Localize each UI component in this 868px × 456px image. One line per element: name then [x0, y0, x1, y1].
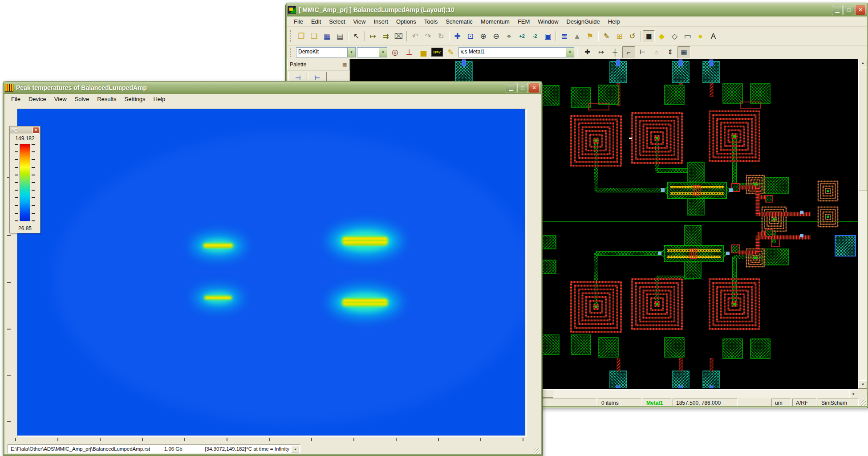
- ads-menu-view[interactable]: View: [349, 17, 370, 26]
- output-pad: [835, 236, 856, 256]
- netlist-icon[interactable]: R=7: [431, 48, 443, 57]
- ads-menu-edit[interactable]: Edit: [307, 17, 325, 26]
- layer-select[interactable]: v,s Metal1 ▼: [458, 47, 574, 57]
- hotspot-large-top: [329, 225, 401, 257]
- view-all-icon[interactable]: ▣: [542, 30, 554, 42]
- close-button[interactable]: ✕: [529, 83, 539, 93]
- insert-pin-icon[interactable]: ↦: [367, 30, 379, 42]
- green-trace: [655, 138, 659, 171]
- save-design-icon[interactable]: ▦: [321, 30, 333, 42]
- print-icon[interactable]: ▤: [334, 30, 346, 42]
- thermal-menu-help[interactable]: Help: [150, 95, 170, 103]
- snap-pin-icon[interactable]: ↦: [595, 46, 608, 58]
- snap-distance-icon[interactable]: ⇕: [664, 46, 677, 58]
- scroll-right-icon[interactable]: ►: [849, 390, 858, 398]
- palette-header[interactable]: Palette ▦: [287, 59, 349, 70]
- ruler-tick: [311, 438, 312, 441]
- snap-center-icon[interactable]: ◌: [650, 46, 663, 58]
- snap-edge-icon[interactable]: ⊢: [636, 46, 649, 58]
- vertical-scrollbar[interactable]: ▲ ▼: [858, 59, 867, 389]
- spiral-inductor: [710, 111, 759, 161]
- ads-menu-file[interactable]: File: [290, 17, 307, 26]
- polyline-tool-icon[interactable]: ◆: [656, 30, 668, 42]
- thermal-menu-settings[interactable]: Settings: [121, 95, 150, 103]
- thermal-field[interactable]: [17, 109, 525, 436]
- insert-pin-pair-icon[interactable]: ⇉: [380, 30, 392, 42]
- ads-menu-window[interactable]: Window: [534, 17, 562, 26]
- ground-icon[interactable]: ⊥: [403, 46, 415, 58]
- polygon-tool-icon[interactable]: ◼: [643, 30, 655, 42]
- legend-close-button[interactable]: ✕: [32, 127, 39, 134]
- thermal-titlebar[interactable]: Peak temperatures of BalancedLumpedAmp ▁…: [3, 81, 542, 94]
- color-scale-legend[interactable]: °C ✕ 149.182 26.85: [9, 126, 41, 233]
- thermal-menu-results[interactable]: Results: [93, 95, 120, 103]
- text-tool-icon[interactable]: A: [707, 30, 719, 42]
- ads-menu-designguide[interactable]: DesignGuide: [563, 17, 604, 26]
- separator: [577, 47, 578, 57]
- open-project-icon[interactable]: ❐: [295, 30, 307, 42]
- snap-toggle-icon[interactable]: ✚: [581, 46, 594, 58]
- close-button[interactable]: ✕: [855, 5, 866, 15]
- thermal-statusbar: E:\Fiala\Other\ADS\MMIC_Amp_prj\Balanced…: [8, 444, 300, 453]
- undo-icon[interactable]: ↶: [409, 30, 421, 42]
- thermal-menu-file[interactable]: File: [7, 95, 24, 103]
- ads-menu-fem[interactable]: FEM: [514, 17, 534, 26]
- deactivate-icon[interactable]: ⚑: [584, 30, 596, 42]
- ads-titlebar[interactable]: [ MMIC_Amp_prj ] BalancedLumpedAmp (Layo…: [286, 3, 868, 16]
- insert-via-icon[interactable]: ◎: [389, 46, 401, 58]
- zoom-out-2x-icon[interactable]: -2: [529, 30, 541, 42]
- redo-icon[interactable]: ↷: [422, 30, 434, 42]
- scroll-up-icon[interactable]: ▲: [858, 59, 867, 67]
- hatched-pad: [543, 260, 556, 273]
- thermal-menu-view[interactable]: View: [50, 95, 71, 103]
- move-icon[interactable]: ✚: [451, 30, 463, 42]
- ads-menu-schematic[interactable]: Schematic: [442, 17, 477, 26]
- ads-menu-momentum[interactable]: Momentum: [477, 17, 514, 26]
- push-into-icon[interactable]: ▲: [571, 30, 583, 42]
- trace-pencil-icon[interactable]: ✎: [445, 46, 457, 58]
- thermal-menu-solve[interactable]: Solve: [71, 95, 93, 103]
- chart-icon[interactable]: ▅: [418, 46, 430, 58]
- pointer-icon[interactable]: ↖: [350, 30, 362, 42]
- delete-icon[interactable]: ⌧: [393, 30, 405, 42]
- rectangle-tool-icon[interactable]: ▭: [681, 30, 694, 42]
- zoom-out-icon[interactable]: ⊖: [490, 30, 502, 42]
- snap-vertex-icon[interactable]: ⌐: [622, 46, 635, 58]
- scroll-down-icon[interactable]: ▼: [858, 380, 867, 389]
- snap-grid-icon[interactable]: ▦: [677, 46, 690, 58]
- edit-item-icon[interactable]: ✎: [600, 30, 612, 42]
- status-back-button[interactable]: ◄: [291, 445, 299, 452]
- hotspot-small-bottom: [195, 288, 241, 308]
- ads-menu-options[interactable]: Options: [392, 17, 420, 26]
- zoom-in-2x-icon[interactable]: +2: [516, 30, 528, 42]
- ads-menu-tools[interactable]: Tools: [420, 17, 442, 26]
- maximize-button[interactable]: □: [517, 83, 528, 93]
- vscroll-thumb[interactable]: [858, 68, 867, 191]
- zoom-in-icon[interactable]: ⊕: [477, 30, 489, 42]
- resize-grip[interactable]: [534, 448, 540, 454]
- thermal-menu-device[interactable]: Device: [24, 95, 50, 103]
- minimize-button[interactable]: ▁: [506, 83, 516, 93]
- layers-icon[interactable]: ≣: [558, 30, 570, 42]
- zoom-point-icon[interactable]: ⌖: [503, 30, 515, 42]
- zoom-area-icon[interactable]: ⊡: [464, 30, 476, 42]
- open-folder-icon[interactable]: ❏: [308, 30, 320, 42]
- rotate-icon[interactable]: ↺: [626, 30, 638, 42]
- legend-titlebar[interactable]: °C ✕: [10, 126, 40, 134]
- thermal-map-canvas[interactable]: [17, 109, 527, 437]
- repeat-icon[interactable]: ↻: [435, 30, 447, 42]
- ads-menu-insert[interactable]: Insert: [369, 17, 392, 26]
- ads-menu-help[interactable]: Help: [604, 17, 624, 26]
- snap-intersect-icon[interactable]: ┼: [608, 46, 621, 58]
- cell-select[interactable]: ▼: [357, 47, 387, 57]
- resize-grip[interactable]: [860, 399, 866, 407]
- separator: [556, 31, 556, 41]
- library-select[interactable]: DemoKit ▼: [296, 47, 356, 57]
- path-tool-icon[interactable]: ◇: [669, 30, 681, 42]
- copy-icon[interactable]: ⊞: [613, 30, 625, 42]
- minimize-button[interactable]: ▁: [832, 5, 843, 15]
- hatched-pad: [539, 86, 559, 105]
- maximize-button[interactable]: □: [844, 5, 854, 15]
- circle-tool-icon[interactable]: ●: [694, 30, 706, 42]
- ads-menu-select[interactable]: Select: [325, 17, 349, 26]
